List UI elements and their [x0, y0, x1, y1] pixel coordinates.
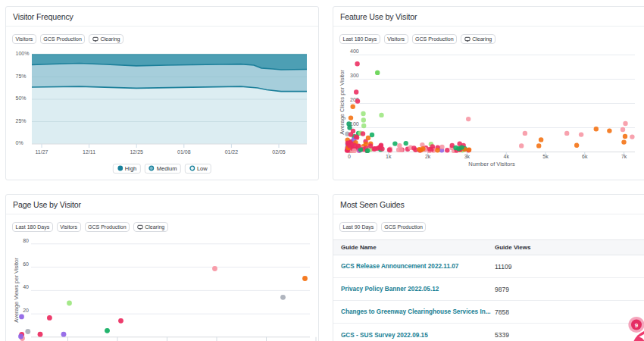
- svg-text:Number of Visitors: Number of Visitors: [468, 161, 515, 167]
- svg-text:0: 0: [348, 154, 351, 159]
- svg-text:11/27: 11/27: [36, 149, 48, 155]
- svg-text:20: 20: [23, 308, 29, 313]
- svg-text:60: 60: [23, 261, 29, 267]
- svg-text:01/22: 01/22: [225, 149, 239, 155]
- svg-text:300: 300: [350, 73, 359, 78]
- svg-text:4k: 4k: [503, 154, 509, 159]
- svg-text:40: 40: [23, 284, 29, 289]
- svg-text:9: 9: [635, 322, 639, 329]
- svg-text:100%: 100%: [16, 51, 30, 56]
- svg-text:75%: 75%: [16, 74, 27, 79]
- svg-text:5k: 5k: [542, 154, 549, 159]
- svg-text:80: 80: [23, 238, 29, 243]
- svg-text:12/11: 12/11: [83, 149, 95, 155]
- svg-text:1k: 1k: [386, 154, 392, 159]
- svg-text:25%: 25%: [16, 118, 27, 124]
- svg-text:Average Views per Visitor: Average Views per Visitor: [13, 258, 20, 323]
- svg-text:Average Clicks per Visitor: Average Clicks per Visitor: [339, 70, 345, 135]
- svg-text:01/08: 01/08: [177, 149, 191, 155]
- svg-text:50%: 50%: [16, 95, 27, 101]
- svg-text:7k: 7k: [621, 154, 627, 159]
- svg-text:02/05: 02/05: [272, 149, 286, 155]
- svg-text:0%: 0%: [16, 140, 23, 145]
- svg-text:3k: 3k: [464, 154, 470, 159]
- svg-text:2k: 2k: [425, 154, 431, 159]
- svg-text:12/25: 12/25: [130, 149, 143, 155]
- svg-text:100: 100: [350, 121, 359, 127]
- svg-text:6k: 6k: [582, 154, 588, 159]
- svg-text:400: 400: [350, 48, 359, 54]
